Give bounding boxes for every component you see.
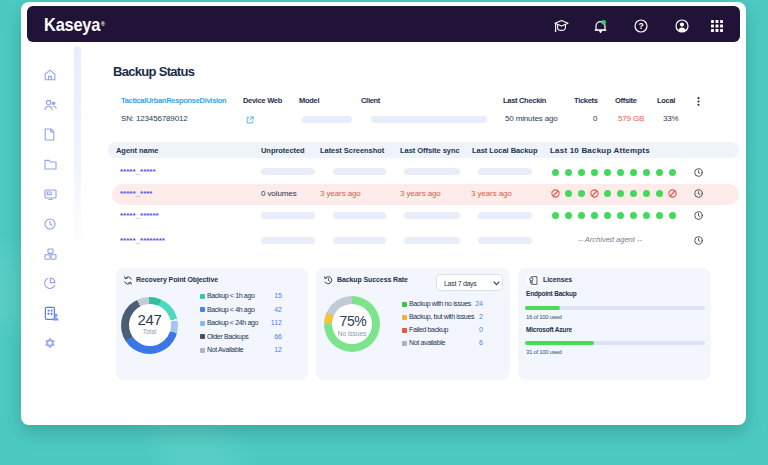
svg-text:?: ?: [638, 21, 643, 31]
